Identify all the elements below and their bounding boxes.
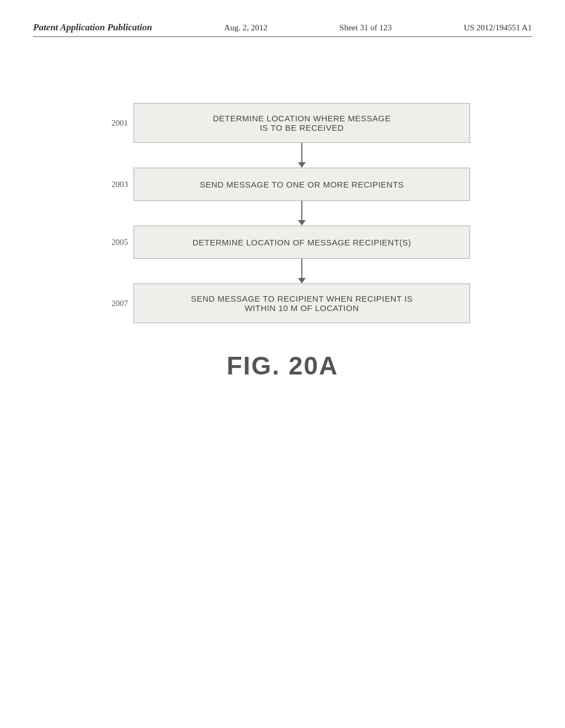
arrow-line-1 [301,143,302,162]
step-row-2001: 2001 DETERMINE LOCATION WHERE MESSAGEIS … [95,103,470,143]
step-box-2001: DETERMINE LOCATION WHERE MESSAGEIS TO BE… [134,103,470,143]
arrow-2 [95,201,470,226]
step-row-2003: 2003 SEND MESSAGE TO ONE OR MORE RECIPIE… [95,168,470,201]
figure-label: FIG. 20A [227,351,339,381]
step-box-2003: SEND MESSAGE TO ONE OR MORE RECIPIENTS [134,168,470,201]
step-box-2005: DETERMINE LOCATION OF MESSAGE RECIPIENT(… [134,226,470,259]
arrow-line-3 [301,259,302,278]
arrow-down-3 [298,259,306,283]
page: Patent Application Publication Aug. 2, 2… [0,0,565,728]
step-label-2007: 2007 [95,299,134,308]
sheet-info: Sheet 31 of 123 [339,23,392,33]
arrow-line-2 [301,201,302,220]
publication-title: Patent Application Publication [33,22,152,33]
step-label-2003: 2003 [95,180,134,189]
arrow-head-3 [298,278,306,283]
step-label-2001: 2001 [95,119,134,128]
arrow-head-1 [298,162,306,168]
patent-number: US 2012/194551 A1 [464,23,532,33]
arrow-head-2 [298,220,306,226]
step-row-2007: 2007 SEND MESSAGE TO RECIPIENT WHEN RECI… [95,283,470,323]
step-label-2005: 2005 [95,238,134,247]
arrow-1 [95,143,470,168]
step-row-2005: 2005 DETERMINE LOCATION OF MESSAGE RECIP… [95,226,470,259]
arrow-down-1 [298,143,306,168]
arrow-down-2 [298,201,306,226]
page-header: Patent Application Publication Aug. 2, 2… [33,22,532,37]
step-box-2007: SEND MESSAGE TO RECIPIENT WHEN RECIPIENT… [134,283,470,323]
arrow-3 [95,259,470,283]
flow-diagram: 2001 DETERMINE LOCATION WHERE MESSAGEIS … [33,103,532,381]
publication-date: Aug. 2, 2012 [224,23,267,33]
